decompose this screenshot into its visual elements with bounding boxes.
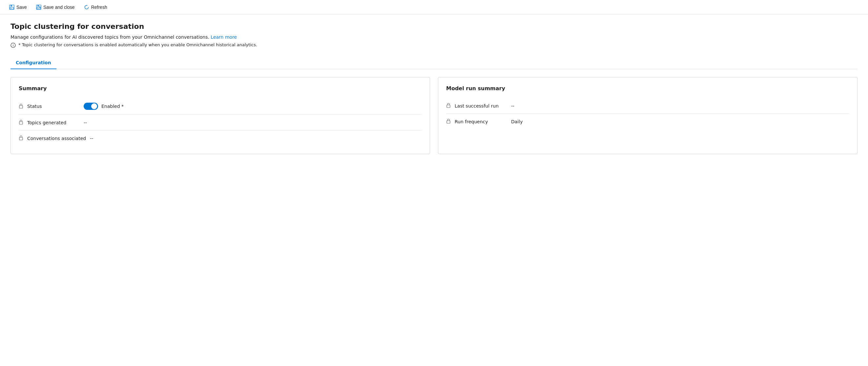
status-toggle-container: Enabled * bbox=[84, 103, 124, 110]
description-text: Manage configurations for AI discovered … bbox=[10, 34, 209, 40]
run-frequency-label: Run frequency bbox=[455, 119, 507, 124]
topics-generated-field-row: Topics generated -- bbox=[19, 115, 422, 130]
svg-rect-10 bbox=[19, 105, 23, 108]
tab-configuration[interactable]: Configuration bbox=[10, 57, 56, 69]
main-content: Topic clustering for conversation Manage… bbox=[0, 14, 868, 162]
svg-text:i: i bbox=[13, 43, 13, 47]
tab-configuration-label: Configuration bbox=[16, 60, 51, 65]
learn-more-link[interactable]: Learn more bbox=[211, 34, 237, 40]
topics-lock-icon bbox=[19, 119, 23, 126]
toggle-asterisk: * bbox=[121, 104, 124, 109]
status-field-row: Status Enabled * bbox=[19, 98, 422, 115]
refresh-label: Refresh bbox=[91, 5, 107, 10]
save-button[interactable]: Save bbox=[5, 3, 31, 12]
run-frequency-lock-icon bbox=[446, 118, 451, 125]
status-label: Status bbox=[27, 104, 80, 109]
save-label: Save bbox=[17, 5, 27, 10]
conversations-associated-value: -- bbox=[90, 136, 93, 141]
svg-rect-12 bbox=[19, 138, 23, 140]
svg-rect-1 bbox=[10, 5, 12, 6]
save-and-close-button[interactable]: Save and close bbox=[32, 3, 79, 12]
svg-rect-14 bbox=[447, 121, 450, 123]
tabs-container: Configuration bbox=[10, 57, 858, 69]
model-run-card-title: Model run summary bbox=[446, 85, 849, 92]
summary-card-title: Summary bbox=[19, 85, 422, 92]
last-run-field-row: Last successful run -- bbox=[446, 98, 849, 114]
cards-row: Summary Status Enabled * bbox=[10, 77, 858, 154]
status-toggle[interactable] bbox=[84, 103, 98, 110]
run-frequency-field-row: Run frequency Daily bbox=[446, 114, 849, 129]
summary-card: Summary Status Enabled * bbox=[10, 77, 430, 154]
toggle-slider bbox=[84, 103, 98, 110]
conversations-associated-field-row: Conversations associated -- bbox=[19, 130, 422, 146]
svg-rect-3 bbox=[11, 8, 12, 8]
svg-rect-11 bbox=[19, 122, 23, 124]
refresh-button[interactable]: Refresh bbox=[80, 3, 111, 12]
last-run-lock-icon bbox=[446, 103, 451, 109]
status-toggle-label: Enabled * bbox=[101, 104, 124, 109]
status-lock-icon bbox=[19, 103, 23, 110]
save-icon bbox=[9, 5, 14, 10]
model-run-card: Model run summary Last successful run -- bbox=[438, 77, 858, 154]
last-run-value: -- bbox=[511, 103, 515, 109]
last-run-label: Last successful run bbox=[455, 103, 507, 109]
topics-generated-label: Topics generated bbox=[27, 120, 80, 125]
save-and-close-label: Save and close bbox=[43, 5, 75, 10]
info-note-text: * Topic clustering for conversations is … bbox=[19, 42, 257, 47]
run-frequency-value: Daily bbox=[511, 119, 523, 124]
save-close-icon bbox=[36, 5, 41, 10]
page-title: Topic clustering for conversation bbox=[10, 22, 858, 30]
conversations-associated-label: Conversations associated bbox=[27, 136, 86, 141]
refresh-icon bbox=[84, 5, 89, 10]
svg-rect-7 bbox=[38, 8, 39, 8]
topics-generated-value: -- bbox=[84, 120, 87, 125]
page-description: Manage configurations for AI discovered … bbox=[10, 34, 858, 40]
toolbar: Save Save and close Refresh bbox=[0, 0, 868, 14]
svg-rect-5 bbox=[37, 5, 39, 6]
svg-rect-13 bbox=[447, 105, 450, 108]
conversations-lock-icon bbox=[19, 135, 23, 141]
info-note: i * Topic clustering for conversations i… bbox=[10, 42, 858, 49]
info-icon: i bbox=[10, 43, 16, 49]
